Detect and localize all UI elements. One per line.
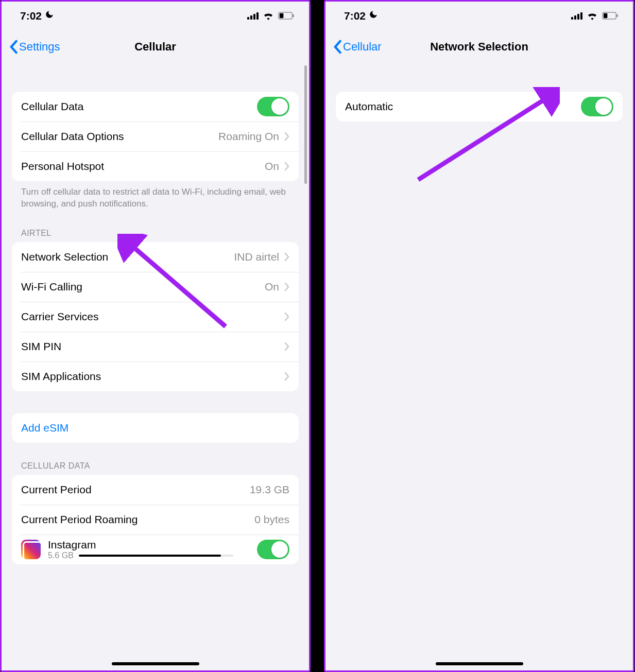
row-sim-applications[interactable]: SIM Applications [12, 361, 299, 391]
back-label: Settings [19, 40, 60, 54]
back-label: Cellular [343, 40, 382, 54]
wifi-icon [587, 12, 598, 20]
current-period-roaming-label: Current Period Roaming [21, 513, 254, 526]
group-cellular: Cellular Data Cellular Data Options Roam… [12, 92, 299, 181]
cellular-data-options-label: Cellular Data Options [21, 130, 218, 143]
battery-icon [602, 12, 619, 20]
section-header-data: CELLULAR DATA [12, 443, 299, 475]
chevron-right-icon [284, 252, 289, 262]
svg-rect-6 [616, 14, 618, 18]
row-cellular-data-options[interactable]: Cellular Data Options Roaming On [12, 122, 299, 151]
app-size: 5.6 GB [48, 551, 74, 560]
group-automatic: Automatic [336, 92, 623, 122]
row-cellular-data[interactable]: Cellular Data [12, 92, 299, 122]
wifi-calling-value: On [265, 281, 279, 293]
chevron-left-icon [333, 40, 342, 54]
cellular-data-label: Cellular Data [21, 100, 257, 113]
wifi-icon [263, 12, 274, 20]
nav-bar: Settings Cellular [2, 30, 309, 64]
row-carrier-services[interactable]: Carrier Services [12, 302, 299, 332]
back-button[interactable]: Settings [9, 40, 60, 54]
network-selection-value: IND airtel [234, 251, 279, 263]
phone-screen-cellular: 7:02 Settings Cellular Cellular Data [0, 0, 311, 672]
phone-screen-network-selection: 7:02 Cellular Network Selection Automati… [324, 0, 634, 672]
cellular-signal-icon [247, 12, 259, 20]
instagram-icon [21, 540, 41, 559]
cellular-data-options-value: Roaming On [218, 130, 279, 143]
home-indicator[interactable] [436, 662, 523, 665]
current-period-roaming-value: 0 bytes [254, 513, 289, 526]
settings-content: Automatic [325, 64, 633, 670]
app-name: Instagram [48, 539, 257, 551]
carrier-services-label: Carrier Services [21, 311, 284, 323]
row-add-esim[interactable]: Add eSIM [12, 413, 299, 443]
automatic-toggle[interactable] [581, 97, 613, 116]
cellular-signal-icon [571, 12, 582, 20]
row-network-selection[interactable]: Network Selection IND airtel [12, 242, 299, 272]
chevron-right-icon [284, 312, 289, 321]
status-time: 7:02 [344, 10, 366, 22]
row-wifi-calling[interactable]: Wi-Fi Calling On [12, 272, 299, 302]
battery-icon [278, 12, 295, 20]
chevron-right-icon [284, 132, 289, 141]
app-usage-bar [79, 555, 233, 557]
nav-bar: Cellular Network Selection [325, 30, 633, 64]
personal-hotspot-label: Personal Hotspot [21, 160, 265, 173]
app-data-toggle[interactable] [257, 540, 289, 559]
chevron-right-icon [284, 372, 289, 381]
svg-rect-1 [280, 13, 284, 18]
chevron-right-icon [284, 282, 289, 291]
sim-pin-label: SIM PIN [21, 340, 284, 353]
cellular-data-toggle[interactable] [257, 97, 289, 116]
personal-hotspot-value: On [265, 160, 279, 173]
do-not-disturb-icon [369, 10, 378, 22]
row-personal-hotspot[interactable]: Personal Hotspot On [12, 151, 299, 181]
group-data-usage: Current Period 19.3 GB Current Period Ro… [12, 475, 299, 564]
chevron-right-icon [284, 342, 289, 351]
status-bar: 7:02 [2, 2, 309, 30]
row-app-instagram[interactable]: Instagram 5.6 GB [12, 535, 299, 564]
status-time: 7:02 [20, 10, 42, 22]
row-sim-pin[interactable]: SIM PIN [12, 332, 299, 361]
network-selection-label: Network Selection [21, 251, 234, 263]
sim-applications-label: SIM Applications [21, 370, 284, 383]
svg-rect-2 [293, 14, 294, 18]
settings-content: Cellular Data Cellular Data Options Roam… [2, 64, 309, 670]
current-period-value: 19.3 GB [250, 484, 289, 496]
current-period-label: Current Period [21, 484, 250, 496]
back-button[interactable]: Cellular [333, 40, 382, 54]
chevron-left-icon [9, 40, 18, 54]
add-esim-label: Add eSIM [21, 422, 289, 434]
group-esim: Add eSIM [12, 413, 299, 443]
section-header-carrier: AIRTEL [12, 210, 299, 242]
row-current-period[interactable]: Current Period 19.3 GB [12, 475, 299, 505]
group-footer: Turn off cellular data to restrict all d… [12, 181, 299, 210]
row-automatic[interactable]: Automatic [336, 92, 623, 122]
row-current-period-roaming[interactable]: Current Period Roaming 0 bytes [12, 505, 299, 535]
wifi-calling-label: Wi-Fi Calling [21, 281, 265, 293]
automatic-label: Automatic [345, 100, 581, 113]
group-carrier: Network Selection IND airtel Wi-Fi Calli… [12, 242, 299, 391]
home-indicator[interactable] [112, 662, 199, 665]
chevron-right-icon [284, 162, 289, 171]
svg-rect-5 [604, 13, 608, 18]
status-bar: 7:02 [325, 2, 633, 30]
do-not-disturb-icon [45, 10, 54, 22]
